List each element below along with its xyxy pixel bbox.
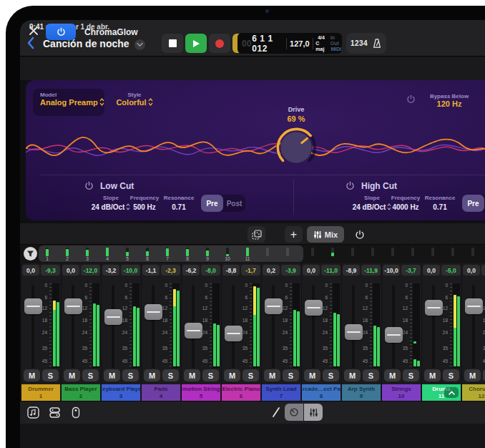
overview-meter xyxy=(471,248,474,256)
lcd-bars-pad: 00 xyxy=(242,39,251,49)
style-selector[interactable]: Style Colorful xyxy=(106,92,163,107)
drive-knob[interactable] xyxy=(275,126,318,169)
fader-handle[interactable] xyxy=(225,326,242,341)
model-selector[interactable]: Model Analog Preamp xyxy=(33,89,104,116)
level-control[interactable]: Level 0.0 xyxy=(471,93,485,108)
solo-button[interactable]: S xyxy=(363,369,379,381)
fader-handle[interactable] xyxy=(345,324,363,340)
mute-button[interactable]: M xyxy=(144,369,160,381)
fader-handle[interactable] xyxy=(144,304,162,320)
duplicate-button[interactable] xyxy=(248,226,265,243)
power-icon xyxy=(57,27,66,36)
solo-button[interactable]: S xyxy=(82,369,99,381)
track-name-cell[interactable]: Pads 4 xyxy=(142,384,180,401)
solo-button[interactable]: S xyxy=(42,369,59,381)
back-button[interactable] xyxy=(26,36,37,50)
mute-button[interactable]: M xyxy=(224,369,240,381)
fader-handle[interactable] xyxy=(104,309,122,325)
post-button[interactable]: Post xyxy=(223,195,245,212)
metronome-icon[interactable] xyxy=(372,38,382,49)
volume-readout: 0,0 xyxy=(423,265,440,276)
fader-handle[interactable] xyxy=(185,323,202,339)
collapse-chevron-button[interactable] xyxy=(444,387,459,398)
mixer-view-button[interactable] xyxy=(304,404,323,421)
mute-button[interactable]: M xyxy=(24,369,40,381)
solo-button[interactable]: S xyxy=(122,369,139,381)
mute-button[interactable]: M xyxy=(464,369,481,381)
track-name-cell[interactable]: Keyboard Player 3 xyxy=(102,384,140,401)
plugin-power-toggle[interactable] xyxy=(46,24,76,40)
mute-button[interactable]: M xyxy=(424,369,441,381)
low-cut-resonance[interactable]: Resonance 0.71 xyxy=(159,195,199,211)
mute-button[interactable]: M xyxy=(264,369,280,381)
solo-button[interactable]: S xyxy=(283,369,299,381)
solo-button[interactable]: S xyxy=(202,369,219,381)
fader-handle[interactable] xyxy=(385,327,403,343)
fader-handle[interactable] xyxy=(64,298,82,314)
low-cut-power-icon[interactable] xyxy=(84,181,94,190)
solo-button[interactable]: S xyxy=(323,369,339,381)
fader-handle[interactable] xyxy=(425,300,443,316)
browser-button[interactable] xyxy=(47,405,62,419)
plugins-button[interactable] xyxy=(69,405,83,419)
mute-button[interactable]: M xyxy=(304,369,320,381)
track-name-cell[interactable]: Arp Synth 9 xyxy=(342,384,381,401)
low-cut-title: Low Cut xyxy=(100,181,134,191)
high-cut-resonance[interactable]: Resonance 0.71 xyxy=(420,195,460,211)
mixer-power-button[interactable] xyxy=(351,226,368,243)
record-button[interactable] xyxy=(209,34,230,53)
track-name-cell[interactable]: Chorus V 12 xyxy=(462,384,485,401)
count-in-metronome-group[interactable]: 1234 xyxy=(346,33,386,54)
play-button[interactable] xyxy=(185,34,207,53)
fader-track xyxy=(392,285,395,368)
solo-button[interactable]: S xyxy=(443,369,459,381)
mute-button[interactable]: M xyxy=(184,369,200,381)
bypass-power-icon[interactable] xyxy=(406,94,416,104)
controls-view-button[interactable] xyxy=(285,404,303,421)
fader-handle[interactable] xyxy=(24,298,42,314)
track-name-cell[interactable]: Emotion Strings 5 xyxy=(182,384,220,401)
track-name-cell[interactable]: Electric Piano 6 xyxy=(222,384,260,401)
mute-button[interactable]: M xyxy=(384,369,401,381)
high-cut-power-icon[interactable] xyxy=(346,181,355,190)
mute-button[interactable]: M xyxy=(104,369,120,381)
track-name-cell[interactable]: Drummer 1 xyxy=(21,384,60,401)
high-cut-title: High Cut xyxy=(361,181,397,191)
solo-button[interactable]: S xyxy=(162,369,179,381)
high-cut-pre-post: Pre Post xyxy=(462,195,485,212)
stop-button[interactable] xyxy=(162,34,183,53)
overview-meter xyxy=(391,248,394,256)
count-in-button[interactable]: 1234 xyxy=(351,39,368,47)
mute-button[interactable]: M xyxy=(344,369,361,381)
mix-view-button[interactable]: Mix xyxy=(307,226,344,243)
loop-browser-button[interactable] xyxy=(26,405,40,419)
channel-strip: -3,2 -10,0 061218243545 M S Keyboard Pla… xyxy=(102,263,141,401)
track-name-cell[interactable]: Bass Player 2 xyxy=(62,384,100,401)
pre-button[interactable]: Pre xyxy=(201,195,223,212)
duplicate-icon xyxy=(252,230,262,240)
overview-visible-range[interactable]: 1 2 3 4 5 6 7 8 9 10 11 xyxy=(39,245,303,262)
track-name-cell[interactable]: Strings 10 xyxy=(382,384,421,401)
fader-handle[interactable] xyxy=(465,298,483,314)
fader-handle[interactable] xyxy=(305,300,323,316)
filter-button[interactable] xyxy=(24,247,37,260)
fader-handle[interactable] xyxy=(265,298,283,314)
edit-button[interactable] xyxy=(269,405,283,419)
pre-button[interactable]: Pre xyxy=(462,195,484,212)
close-plugin-button[interactable] xyxy=(29,26,40,37)
solo-button[interactable]: S xyxy=(403,369,419,381)
mute-button[interactable]: M xyxy=(64,369,80,381)
add-plugin-button[interactable]: + xyxy=(285,226,303,243)
overview-meter xyxy=(371,248,374,256)
song-menu-button[interactable] xyxy=(134,39,145,50)
level-meter xyxy=(377,327,380,366)
solo-button[interactable]: S xyxy=(242,369,259,381)
lcd-display[interactable]: 00 6 1 1 012 127,0 4/4 C maj In Out MIDI xyxy=(237,33,342,54)
fader-track xyxy=(31,285,34,368)
track-name-cell[interactable]: Synth Lead 7 xyxy=(262,384,300,401)
peak-readout xyxy=(481,265,485,276)
bypass-below-control[interactable]: Bypass Below 120 Hz xyxy=(421,93,478,108)
track-name-cell[interactable]: Arcade…eet Pad 8 xyxy=(302,384,341,401)
level-meter xyxy=(173,289,176,366)
track-name-cell[interactable]: Drums 11 xyxy=(422,384,461,401)
